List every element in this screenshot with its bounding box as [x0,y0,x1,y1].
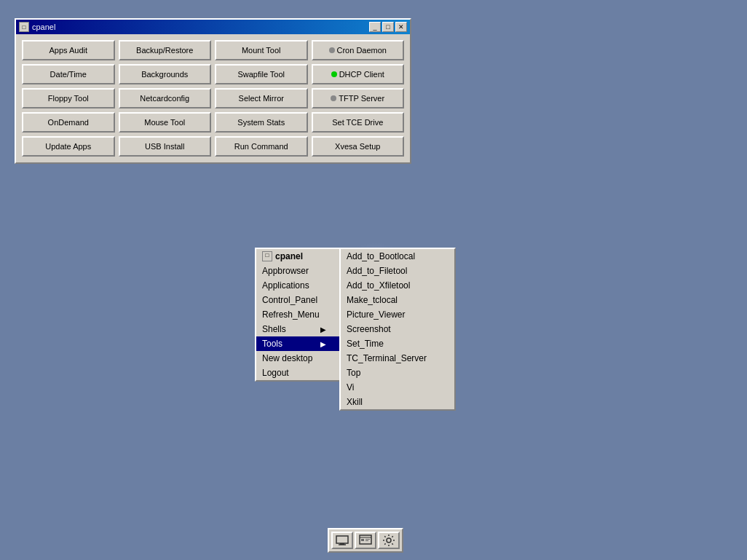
submenu-top[interactable]: Top [341,366,454,380]
menu-label-tools: Tools [262,339,282,349]
submenu-add-bootlocal[interactable]: Add_to_Bootlocal [341,249,454,264]
menu-item-cpanel[interactable]: □ cpanel [256,249,341,264]
submenu-make-tclocal[interactable]: Make_tclocal [341,293,454,307]
submenu-label-add-bootlocal: Add_to_Bootlocal [347,251,415,261]
taskbar-monitor-button[interactable] [331,532,353,549]
cron-daemon-led [329,47,335,53]
menu-label-applications: Applications [262,280,309,291]
submenu-xkill[interactable]: Xkill [341,395,454,409]
submenu-tools: Add_to_Bootlocal Add_to_Filetool Add_to_… [339,248,456,411]
submenu-picture-viewer[interactable]: Picture_Viewer [341,307,454,322]
settings-icon [359,535,372,546]
submenu-label-make-tclocal: Make_tclocal [347,295,398,305]
xvesa-setup-button[interactable]: Xvesa Setup [312,136,405,157]
menu-label-appbrowser: Appbrowser [262,266,309,276]
menu-item-tools[interactable]: Tools ▶ [256,336,341,351]
mount-tool-button[interactable]: Mount Tool [215,40,308,60]
system-stats-button[interactable]: System Stats [215,112,308,133]
submenu-screenshot[interactable]: Screenshot [341,322,454,336]
window-icon: □ [19,22,29,32]
submenu-label-screenshot: Screenshot [347,324,391,334]
taskbar-gear-button[interactable] [378,532,400,549]
submenu-vi[interactable]: Vi [341,380,454,395]
monitor-icon [336,535,349,545]
update-apps-button[interactable]: Update Apps [22,136,115,157]
menu-item-logout[interactable]: Logout [256,366,341,380]
backup-restore-button[interactable]: Backup/Restore [119,40,212,60]
shells-submenu-arrow: ▶ [320,326,326,334]
taskbar [328,528,403,553]
submenu-add-xfiletool[interactable]: Add_to_Xfiletool [341,278,454,293]
menu-item-refresh-menu[interactable]: Refresh_Menu [256,307,341,322]
cpanel-menu-icon: □ [262,251,272,261]
menu-item-applications[interactable]: Applications [256,278,341,293]
context-menu: □ cpanel Appbrowser Applications Control… [255,248,342,382]
submenu-add-filetool[interactable]: Add_to_Filetool [341,264,454,278]
svg-rect-12 [365,540,368,541]
mouse-tool-button[interactable]: Mouse Tool [119,112,212,133]
submenu-label-set-time: Set_Time [347,339,384,349]
cron-daemon-button[interactable]: Cron Daemon [312,40,405,60]
tftp-led [331,95,336,101]
select-mirror-button[interactable]: Select Mirror [215,88,308,109]
submenu-label-vi: Vi [347,382,354,393]
submenu-label-picture-viewer: Picture_Viewer [347,309,405,320]
maximize-button[interactable]: □ [382,22,394,32]
svg-rect-10 [361,539,364,541]
menu-label-new-desktop: New desktop [262,353,312,363]
swapfile-tool-button[interactable]: Swapfile Tool [215,64,308,84]
dhcp-client-button[interactable]: DHCP Client [312,64,405,84]
close-button[interactable]: ✕ [395,22,407,32]
ondemand-button[interactable]: OnDemand [22,112,115,133]
svg-rect-5 [336,536,348,543]
backgrounds-button[interactable]: Backgrounds [119,64,212,84]
submenu-label-top: Top [347,368,360,378]
run-command-button[interactable]: Run Command [215,136,308,157]
taskbar-settings-button[interactable] [355,532,376,549]
menu-label-control-panel: Control_Panel [262,295,317,305]
svg-point-13 [387,538,391,543]
tools-submenu-arrow: ▶ [320,340,326,348]
cpanel-content: Apps Audit Backup/Restore Mount Tool Cro… [16,34,410,162]
minimize-button[interactable]: _ [369,22,381,32]
usb-install-button[interactable]: USB Install [119,136,212,157]
menu-label-shells: Shells [262,324,286,334]
submenu-label-add-xfiletool: Add_to_Xfiletool [347,280,410,291]
netcardconfig-button[interactable]: Netcardconfig [119,88,212,109]
set-tce-drive-button[interactable]: Set TCE Drive [312,112,405,133]
titlebar: □ cpanel _ □ ✕ [16,20,410,34]
cpanel-window: □ cpanel _ □ ✕ Apps Audit Backup/Restore… [15,18,411,164]
submenu-label-add-filetool: Add_to_Filetool [347,266,407,276]
submenu-label-tc-terminal-server: TC_Terminal_Server [347,353,427,363]
menu-item-new-desktop[interactable]: New desktop [256,351,341,366]
menu-label-cpanel: cpanel [275,251,303,261]
gear-icon [382,534,395,547]
date-time-button[interactable]: Date/Time [22,64,115,84]
floppy-tool-button[interactable]: Floppy Tool [22,88,115,109]
submenu-set-time[interactable]: Set_Time [341,336,454,351]
dhcp-led [331,71,337,77]
menu-item-shells[interactable]: Shells ▶ [256,322,341,336]
menu-item-control-panel[interactable]: Control_Panel [256,293,341,307]
menu-item-appbrowser[interactable]: Appbrowser [256,264,341,278]
submenu-tc-terminal-server[interactable]: TC_Terminal_Server [341,351,454,366]
tftp-server-button[interactable]: TFTP Server [312,88,405,109]
submenu-label-xkill: Xkill [347,397,363,407]
apps-audit-button[interactable]: Apps Audit [22,40,115,60]
menu-label-refresh-menu: Refresh_Menu [262,309,320,320]
window-title: cpanel [32,23,55,31]
menu-label-logout: Logout [262,368,289,378]
svg-rect-11 [365,539,370,540]
